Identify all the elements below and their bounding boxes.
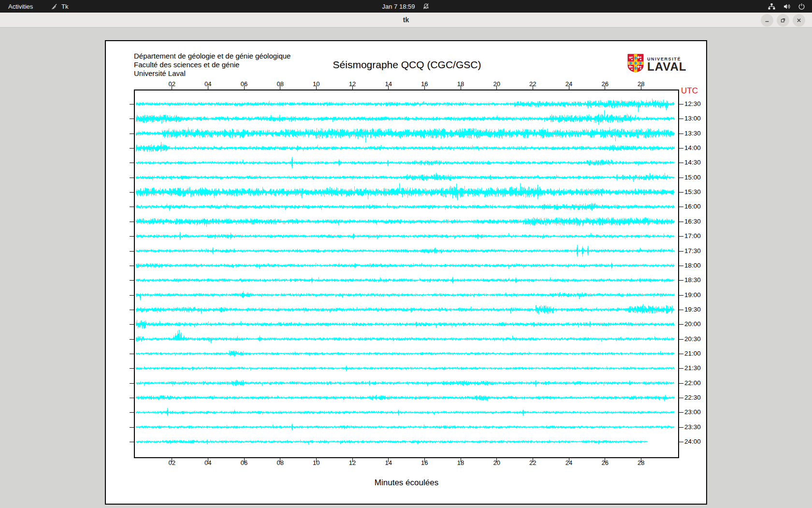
close-button[interactable] xyxy=(793,14,805,27)
window-titlebar[interactable]: tk xyxy=(0,13,812,28)
trace-tick xyxy=(679,266,683,266)
time-tick-label: 15:00 xyxy=(684,174,701,181)
time-tick-label: 21:00 xyxy=(684,350,701,358)
x-tick-label: 26 xyxy=(598,80,612,88)
laval-logo: UNIVERSITÉ LAVAL xyxy=(627,54,686,75)
volume-icon[interactable] xyxy=(783,3,791,10)
x-tick-label: 14 xyxy=(381,80,396,88)
trace-tick xyxy=(130,266,134,266)
trace-tick xyxy=(130,251,134,252)
trace-tick xyxy=(130,280,134,281)
header-line-3: Université Laval xyxy=(134,69,290,78)
time-tick-label: 21:30 xyxy=(684,364,701,372)
power-icon[interactable] xyxy=(798,3,805,10)
trace-tick xyxy=(130,383,134,384)
time-tick-label: 20:30 xyxy=(684,335,701,343)
network-icon[interactable] xyxy=(768,3,776,10)
x-tick-label: 20 xyxy=(490,80,504,88)
x-tick-label: 16 xyxy=(417,459,432,466)
minimize-button[interactable] xyxy=(761,14,773,27)
trace-tick xyxy=(130,163,134,163)
taskbar-app-tk[interactable]: Tk xyxy=(51,0,68,13)
window-title: tk xyxy=(403,16,409,24)
trace-tick xyxy=(679,222,683,222)
time-tick-label: 24:00 xyxy=(684,438,701,446)
time-tick-label: 18:00 xyxy=(684,262,701,269)
time-tick-label: 19:00 xyxy=(684,291,701,299)
trace-tick xyxy=(679,163,683,163)
trace-tick xyxy=(679,398,683,398)
close-icon xyxy=(796,17,802,23)
trace-tick xyxy=(130,178,134,178)
maximize-button[interactable] xyxy=(777,14,789,27)
laval-shield-icon xyxy=(627,54,644,75)
trace-tick xyxy=(130,427,134,428)
x-tick-label: 10 xyxy=(309,459,323,466)
utc-label: UTC xyxy=(681,86,698,96)
trace-tick xyxy=(679,442,683,442)
trace-tick xyxy=(130,310,134,310)
trace-tick xyxy=(130,398,134,398)
trace-tick xyxy=(130,192,134,193)
minimize-icon xyxy=(764,17,770,23)
x-tick-label: 08 xyxy=(273,80,288,88)
institution-header: Département de géologie et de génie géol… xyxy=(134,52,290,78)
trace-tick xyxy=(679,368,683,369)
activities-button[interactable]: Activities xyxy=(0,0,41,13)
gnome-top-bar: Activities Tk Jan 7 18:59 xyxy=(0,0,812,13)
trace-tick xyxy=(679,192,683,193)
trace-tick xyxy=(130,295,134,296)
x-tick-label: 12 xyxy=(345,80,360,88)
trace-tick xyxy=(679,383,683,384)
trace-tick xyxy=(679,280,683,281)
trace-tick xyxy=(130,236,134,237)
trace-tick xyxy=(679,134,683,134)
time-tick-label: 20:00 xyxy=(684,320,701,328)
x-tick-label: 22 xyxy=(525,459,540,466)
x-tick-label: 02 xyxy=(165,459,179,466)
notifications-off-icon xyxy=(422,3,430,10)
trace-tick xyxy=(679,178,683,178)
trace-tick xyxy=(679,354,683,354)
trace-tick xyxy=(679,412,683,413)
time-tick-label: 23:30 xyxy=(684,423,701,431)
helicorder-canvas xyxy=(135,90,676,455)
x-tick-label: 28 xyxy=(634,80,648,88)
trace-tick xyxy=(130,368,134,369)
x-tick-label: 02 xyxy=(165,80,179,88)
x-tick-label: 10 xyxy=(309,80,323,88)
trace-tick xyxy=(130,222,134,222)
trace-tick xyxy=(130,324,134,325)
trace-tick xyxy=(679,295,683,296)
time-tick-label: 14:30 xyxy=(684,159,701,166)
taskbar-app-label: Tk xyxy=(61,3,68,10)
time-tick-label: 19:30 xyxy=(684,306,701,314)
x-tick-label: 18 xyxy=(453,459,468,466)
trace-tick xyxy=(679,236,683,237)
x-tick-label: 12 xyxy=(345,459,360,466)
trace-tick xyxy=(130,119,134,119)
trace-tick xyxy=(679,148,683,149)
x-tick-label: 20 xyxy=(490,459,504,466)
trace-tick xyxy=(679,207,683,207)
trace-tick xyxy=(679,324,683,325)
x-tick-label: 04 xyxy=(201,80,215,88)
trace-tick xyxy=(679,427,683,428)
trace-tick xyxy=(130,134,134,134)
page-title: Séismographe QCQ (CGC/GSC) xyxy=(286,59,528,71)
laval-wordmark: UNIVERSITÉ LAVAL xyxy=(647,57,686,72)
header-line-2: Faculté des sciences et de génie xyxy=(134,60,290,69)
time-tick-label: 14:00 xyxy=(684,144,701,152)
time-tick-label: 23:00 xyxy=(684,408,701,416)
time-tick-label: 17:00 xyxy=(684,232,701,240)
clock[interactable]: Jan 7 18:59 xyxy=(382,3,415,10)
trace-tick xyxy=(130,207,134,207)
tk-feather-icon xyxy=(51,3,58,10)
seismograph-window: Département de géologie et de génie géol… xyxy=(105,40,707,505)
x-tick-label: 18 xyxy=(453,80,468,88)
trace-tick xyxy=(679,119,683,119)
maximize-icon xyxy=(780,17,786,23)
x-tick-label: 04 xyxy=(201,459,215,466)
time-tick-label: 12:30 xyxy=(684,100,701,108)
time-tick-label: 17:30 xyxy=(684,247,701,255)
